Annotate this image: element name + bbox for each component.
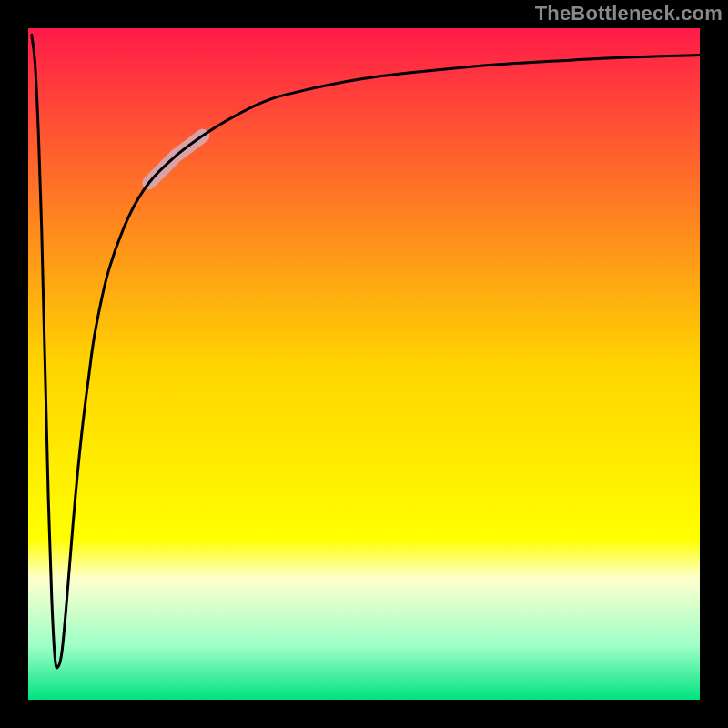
watermark-text: TheBottleneck.com [535,2,723,25]
bottleneck-chart [0,0,728,728]
chart-plot-area [28,28,700,700]
chart-stage: TheBottleneck.com [0,0,728,728]
